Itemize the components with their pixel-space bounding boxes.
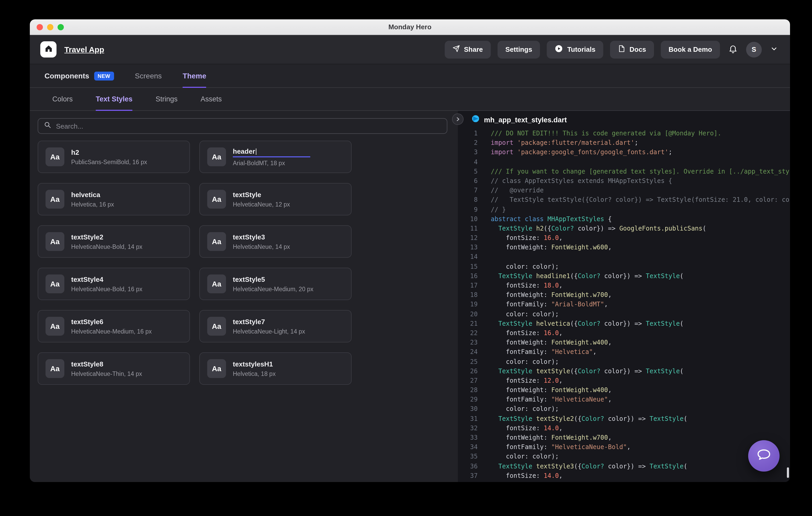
text-style-card[interactable]: Aa textStyle5 HelveticaNeue-Medium, 20 p…	[199, 268, 352, 300]
document-icon	[618, 45, 625, 54]
code-line: 22 fontSize: 16.0,	[462, 328, 790, 338]
line-number: 21	[462, 319, 478, 328]
code-line: 2import 'package:flutter/material.dart';	[462, 138, 790, 147]
style-detail: Helvetica, 16 px	[71, 201, 114, 207]
search-input[interactable]	[56, 122, 441, 130]
settings-label: Settings	[505, 45, 532, 53]
style-name-input[interactable]: header	[233, 148, 310, 157]
style-detail: HelveticaNeue-Medium, 16 px	[71, 328, 152, 334]
text-style-card[interactable]: Aa textStyle6 HelveticaNeue-Medium, 16 p…	[38, 310, 190, 342]
text-styles-pane: Aa h2 PublicSans-SemiBold, 16 px Aa head…	[30, 111, 458, 482]
subtab-strings[interactable]: Strings	[156, 88, 178, 110]
chat-widget-button[interactable]	[748, 440, 780, 472]
text-style-card[interactable]: Aa h2 PublicSans-SemiBold, 16 px	[38, 141, 190, 173]
close-button[interactable]	[37, 24, 43, 30]
text-style-card[interactable]: Aa textStyle HelveticaNeue, 12 px	[199, 183, 352, 215]
collapse-panel-button[interactable]	[452, 114, 464, 125]
code-line: 5/// If you want to change [generated te…	[462, 167, 790, 176]
line-number: 1	[462, 129, 478, 138]
code-line-text: fontWeight: FontWeight.w400,	[491, 338, 612, 347]
docs-button[interactable]: Docs	[610, 40, 654, 58]
style-name: textStyle2	[71, 234, 142, 241]
code-line: 20 color: color);	[462, 309, 790, 318]
code-line: 17 fontSize: 18.0,	[462, 281, 790, 290]
style-name: textStyle7	[233, 318, 305, 326]
subtab-text-styles-label: Text Styles	[96, 95, 133, 103]
account-menu-button[interactable]	[768, 45, 780, 54]
line-number: 3	[462, 148, 478, 157]
send-icon	[453, 45, 460, 54]
minimize-button[interactable]	[47, 24, 53, 30]
code-line-text: color: color);	[491, 262, 559, 271]
text-style-card[interactable]: Aa textStyle2 HelveticaNeue-Bold, 14 px	[38, 225, 190, 258]
code-line-text: color: color);	[491, 404, 559, 414]
tab-theme[interactable]: Theme	[182, 64, 206, 87]
tab-screens[interactable]: Screens	[135, 64, 162, 87]
settings-button[interactable]: Settings	[498, 40, 540, 58]
code-line-text: /// DO NOT EDIT!!! This is code generate…	[491, 129, 721, 138]
code-lines[interactable]: 1/// DO NOT EDIT!!! This is code generat…	[462, 129, 790, 482]
code-panel: mh_app_text_styles.dart 1/// DO NOT EDIT…	[458, 111, 790, 482]
line-number: 22	[462, 328, 478, 338]
style-detail: HelveticaNeue-Thin, 14 px	[71, 370, 142, 377]
code-line-text: fontWeight: FontWeight.w600,	[491, 243, 612, 252]
text-style-card[interactable]: Aa header Arial-BoldMT, 18 px	[199, 141, 352, 173]
chat-bubble-icon	[756, 447, 772, 465]
share-button[interactable]: Share	[445, 40, 491, 58]
style-preview-icon: Aa	[207, 317, 226, 336]
text-style-card[interactable]: Aa helvetica Helvetica, 16 px	[38, 183, 190, 215]
card-info: textStyle3 HelveticaNeue, 14 px	[233, 234, 290, 250]
code-line: 7// @override	[462, 186, 790, 195]
share-label: Share	[464, 45, 483, 53]
style-name: header	[233, 148, 310, 157]
style-name: textStyle5	[233, 276, 313, 283]
style-detail: Arial-BoldMT, 18 px	[233, 160, 310, 166]
code-line-text: fontWeight: FontWeight.w400,	[491, 385, 612, 395]
code-line: 6// class AppTextStyles extends MHAppTex…	[462, 176, 790, 186]
code-line-text: TextStyle headline1({Color? color}) => T…	[491, 271, 684, 281]
new-badge: NEW	[94, 71, 114, 80]
line-number: 30	[462, 404, 478, 414]
code-line-text: abstract class MHAppTextStyles {	[491, 214, 612, 223]
line-number: 25	[462, 357, 478, 366]
code-line-text: fontWeight: FontWeight.w700,	[491, 433, 612, 442]
notifications-button[interactable]	[727, 44, 739, 55]
tab-components[interactable]: Components NEW	[45, 64, 114, 87]
text-style-card[interactable]: Aa textStyle8 HelveticaNeue-Thin, 14 px	[38, 352, 190, 385]
style-name: textStyle3	[233, 234, 290, 241]
search-icon	[44, 121, 51, 131]
text-style-grid: Aa h2 PublicSans-SemiBold, 16 px Aa head…	[38, 141, 447, 385]
code-line: 3import 'package:google_fonts/google_fon…	[462, 148, 790, 157]
subtab-assets[interactable]: Assets	[201, 88, 222, 110]
secondary-tabbar: Colors Text Styles Strings Assets	[30, 88, 790, 111]
titlebar: Monday Hero	[30, 19, 790, 35]
line-number: 13	[462, 243, 478, 252]
code-line: 1/// DO NOT EDIT!!! This is code generat…	[462, 129, 790, 138]
project-title-link[interactable]: Travel App	[64, 45, 104, 54]
zoom-button[interactable]	[58, 24, 64, 30]
subtab-strings-label: Strings	[156, 95, 178, 103]
tutorials-button[interactable]: Tutorials	[547, 40, 603, 58]
code-line-text: fontFamily: "Arial-BoldMT",	[491, 300, 608, 309]
line-number: 32	[462, 423, 478, 433]
code-scrollbar-thumb[interactable]	[787, 467, 789, 478]
text-style-card[interactable]: Aa textstylesH1 Helvetica, 18 px	[199, 352, 352, 385]
code-line-text: fontSize: 16.0,	[491, 233, 563, 243]
subtab-colors[interactable]: Colors	[52, 88, 73, 110]
text-style-card[interactable]: Aa textStyle7 HelveticaNeue-Light, 14 px	[199, 310, 352, 342]
home-button[interactable]	[40, 41, 57, 58]
text-style-card[interactable]: Aa textStyle3 HelveticaNeue, 14 px	[199, 225, 352, 258]
user-avatar[interactable]: S	[746, 41, 762, 57]
subtab-text-styles[interactable]: Text Styles	[96, 88, 133, 110]
code-line: 26 TextStyle textStyle({Color? color}) =…	[462, 366, 790, 376]
code-line: 31 TextStyle textStyle2({Color? color}) …	[462, 414, 790, 423]
style-name: textStyle8	[71, 361, 142, 368]
home-icon	[44, 44, 53, 55]
card-info: textStyle8 HelveticaNeue-Thin, 14 px	[71, 361, 142, 377]
card-info: h2 PublicSans-SemiBold, 16 px	[71, 149, 147, 165]
line-number: 12	[462, 233, 478, 243]
code-line-text: fontWeight: FontWeight.w700,	[491, 290, 612, 300]
card-info: textStyle6 HelveticaNeue-Medium, 16 px	[71, 318, 152, 334]
text-style-card[interactable]: Aa textStyle4 HelveticaNeue-Bold, 16 px	[38, 268, 190, 300]
book-demo-button[interactable]: Book a Demo	[661, 40, 720, 58]
